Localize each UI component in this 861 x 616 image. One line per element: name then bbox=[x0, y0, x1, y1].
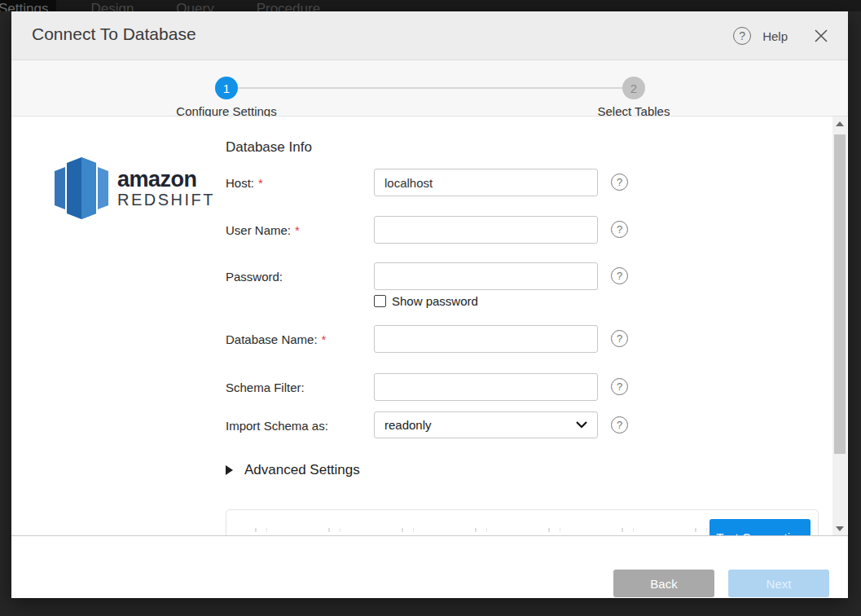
scroll-up-arrow[interactable] bbox=[832, 117, 847, 131]
screen: Settings Design Query Procedure Connect … bbox=[0, 0, 861, 616]
scrollbar-thumb[interactable] bbox=[834, 134, 846, 454]
partially-visible-text bbox=[255, 528, 711, 532]
password-label: Password: bbox=[226, 270, 283, 284]
show-password-label: Show password bbox=[392, 294, 478, 308]
show-password-checkbox-row[interactable]: Show password bbox=[374, 294, 478, 308]
step-1-circle: 1 bbox=[215, 77, 238, 99]
username-input[interactable] bbox=[374, 216, 598, 244]
close-icon[interactable] bbox=[812, 27, 830, 45]
connect-to-database-dialog: Connect To Database ? Help 1 Configure S… bbox=[11, 11, 848, 598]
host-input[interactable] bbox=[374, 169, 598, 196]
scroll-down-arrow[interactable] bbox=[832, 521, 847, 536]
dialog-title: Connect To Database bbox=[32, 24, 196, 44]
dialog-footer: Back Next bbox=[11, 536, 848, 598]
host-help-icon[interactable]: ? bbox=[611, 174, 628, 191]
username-help-icon[interactable]: ? bbox=[611, 221, 628, 238]
next-button[interactable]: Next bbox=[728, 570, 829, 597]
import-schema-help-icon[interactable]: ? bbox=[611, 416, 628, 433]
app-tab-settings[interactable]: Settings bbox=[0, 0, 56, 11]
triangle-right-icon bbox=[226, 465, 233, 475]
wizard-stepper: 1 Configure Settings 2 Select Tables bbox=[11, 60, 848, 117]
database-name-help-icon[interactable]: ? bbox=[611, 330, 628, 347]
dialog-body-scroll-area: amazon REDSHIFT Database Info Host:* ? U… bbox=[11, 117, 848, 536]
password-help-icon[interactable]: ? bbox=[611, 267, 628, 284]
app-tab-procedure[interactable]: Procedure bbox=[248, 0, 328, 11]
required-asterisk: * bbox=[295, 223, 300, 237]
schema-filter-input[interactable] bbox=[374, 373, 598, 401]
database-name-label: Database Name:* bbox=[226, 332, 326, 346]
required-asterisk: * bbox=[322, 332, 327, 346]
back-button[interactable]: Back bbox=[613, 570, 714, 597]
dialog-header: Connect To Database ? Help bbox=[11, 11, 848, 60]
password-input[interactable] bbox=[374, 262, 598, 290]
required-asterisk: * bbox=[258, 176, 263, 190]
chevron-down-icon bbox=[576, 421, 587, 429]
vertical-scrollbar[interactable] bbox=[832, 117, 847, 536]
show-password-checkbox[interactable] bbox=[374, 295, 386, 307]
username-label: User Name:* bbox=[226, 223, 300, 237]
advanced-settings-toggle[interactable]: Advanced Settings bbox=[226, 462, 360, 478]
app-tab-query[interactable]: Query bbox=[168, 0, 222, 11]
step-select-tables[interactable]: 2 Select Tables bbox=[544, 60, 723, 118]
logo-brand-text: amazon bbox=[117, 168, 215, 191]
import-schema-label: Import Schema as: bbox=[226, 419, 328, 433]
database-info-heading: Database Info bbox=[226, 139, 312, 156]
logo-product-text: REDSHIFT bbox=[117, 191, 215, 209]
help-button[interactable]: Help bbox=[762, 29, 788, 43]
import-schema-selected-value: readonly bbox=[384, 418, 432, 432]
background-app-tab-bar: Settings Design Query Procedure bbox=[0, 0, 861, 11]
redshift-barrel-icon bbox=[54, 157, 109, 219]
connection-test-panel: Test Connection bbox=[226, 509, 819, 536]
schema-filter-label: Schema Filter: bbox=[226, 381, 305, 394]
step-2-circle: 2 bbox=[622, 77, 645, 99]
advanced-settings-label: Advanced Settings bbox=[244, 462, 360, 478]
app-tab-design[interactable]: Design bbox=[82, 0, 142, 11]
step-configure-settings[interactable]: 1 Configure Settings bbox=[137, 60, 316, 118]
help-question-icon[interactable]: ? bbox=[733, 27, 751, 45]
import-schema-select[interactable]: readonly bbox=[374, 411, 598, 438]
database-name-input[interactable] bbox=[374, 325, 598, 353]
schema-filter-help-icon[interactable]: ? bbox=[611, 378, 628, 395]
host-label: Host:* bbox=[226, 176, 263, 190]
test-connection-button[interactable]: Test Connection bbox=[709, 519, 810, 536]
amazon-redshift-logo: amazon REDSHIFT bbox=[54, 157, 217, 219]
